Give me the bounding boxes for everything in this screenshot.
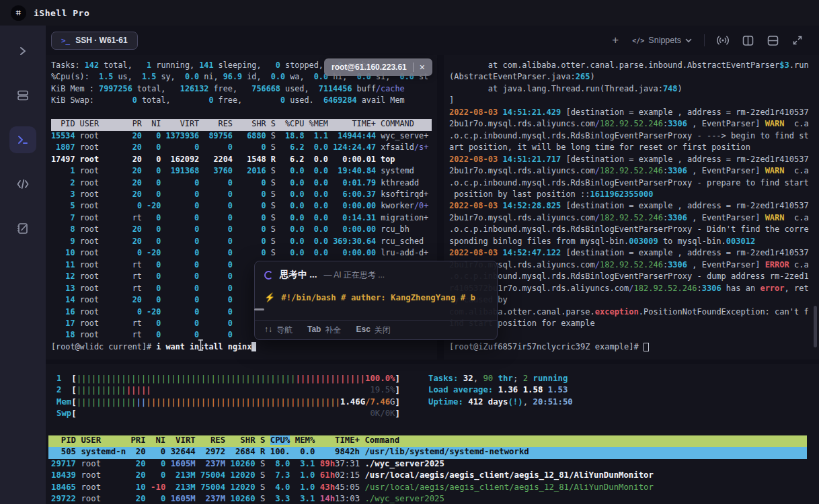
terminal-line: PID USER PRI NI VIRT RES SHR S CPU% MEM%… [48, 435, 807, 447]
terminal-line: 18465 root 10 -10 213M 75004 12020 S 4.0… [48, 482, 807, 494]
terminal-line: [root@iZuf6857ir57nclycric39Z example]# [449, 342, 814, 353]
terminal-line: 1 root 20 0 191368 3760 2016 S 0.0 0.0 1… [51, 166, 432, 177]
code-icon [16, 177, 30, 191]
terminal-line: ind start position for example [449, 319, 814, 330]
terminal-line: 2bu1r7o.mysql.rds.aliyuncs.com/182.92.52… [449, 166, 814, 177]
log-output: at com.alibaba.otter.canal.parse.inbound… [444, 55, 819, 359]
sidebar-item-terminal[interactable] [9, 126, 36, 153]
maximize-button[interactable] [785, 31, 810, 50]
ai-suggestion-item[interactable]: ⚡ #!/bin/bash # auther: KangZhengYang # … [264, 292, 488, 302]
terminal-line: 1807 root 20 0 0 0 0 S 6.2 0.0 124:24.47… [51, 142, 432, 154]
lightning-icon: ⚡ [264, 292, 275, 302]
split-horizontal-button[interactable] [760, 31, 785, 50]
terminal-line: Tasks: 32, 90 thr; 2 running [428, 374, 573, 385]
terminal-tab-icon: >_ [61, 36, 70, 45]
expand-icon [792, 35, 803, 46]
host-badge-divider [413, 62, 414, 72]
terminal-line: .o.c.p.inbound.mysql.rds.RdsBinlogEventP… [449, 178, 814, 190]
terminal-line: Uptime: 412 days(!), 20:51:50 [428, 397, 573, 409]
sidebar [0, 26, 46, 504]
htop-meters: 1 [|||||||||||||||||||||||||||||||||||||… [56, 374, 400, 421]
split-columns-icon [742, 35, 754, 46]
terminal-line: .o.c.p.inbound.mysql.rds.RdsBinlogEventP… [449, 131, 814, 142]
app-logo-icon: ⌗ [11, 5, 26, 21]
terminal-line: 2bu1r7o.mysql.rds.aliyuncs.com/182.92.52… [449, 119, 814, 130]
terminal-line: 29717 root 20 0 1605M 237M 10260 S 8.0 3… [48, 459, 807, 470]
terminal-icon [16, 133, 30, 146]
host-badge: root@61.160.223.61 × [324, 58, 432, 76]
pane-divider[interactable] [46, 360, 819, 364]
terminal-line: 2022-08-03 14:51:21.429 [destination = e… [449, 108, 814, 119]
split-rows-icon [767, 35, 779, 46]
terminal-line: 2 [||||||||||||||| 19.5%] [56, 385, 400, 396]
terminal-line: at java.lang.Thread.run(Thread.java:748) [449, 84, 814, 95]
terminal-line: art position, it will be long time for r… [449, 142, 814, 154]
terminal-line: .o.c.p.inbound.mysql.rds.RdsBinlogEventP… [449, 271, 814, 283]
terminal-line: 505 systemd-n 20 0 32644 2972 2684 R 100… [48, 447, 807, 458]
toolbar-divider [704, 34, 705, 46]
terminal-line: KiB Mem : 7997256 total, 126132 free, 75… [51, 84, 432, 95]
terminal-line: 18439 root 20 0 213M 75004 12020 S 7.3 1… [48, 470, 807, 482]
terminal-line: 1 [|||||||||||||||||||||||||||||||||||||… [56, 374, 400, 385]
host-badge-text: root@61.160.223.61 [332, 62, 407, 72]
sidebar-item-snippets[interactable] [9, 171, 36, 198]
app-title: iShell Pro [34, 8, 89, 18]
hint-nav-key: ↑↓ [264, 325, 272, 336]
terminal-line: 2 root 20 0 0 0 0 S 0.0 0.0 0:01.79 kthr… [51, 178, 432, 190]
terminal-line: (AbstractEventParser.java:265) [449, 72, 814, 83]
terminal-line: at com.alibaba.otter.canal.parse.inbound… [449, 60, 814, 72]
sidebar-item-notes[interactable] [9, 215, 36, 242]
snippets-code-icon: </> [632, 37, 644, 44]
broadcast-input-button[interactable] [710, 31, 736, 50]
ai-assistant-popup: 思考中 ... — AI 正在思考 ... ⚡ #!/bin/bash # au… [254, 261, 498, 340]
hint-tab-label: 补全 [325, 325, 341, 336]
terminal-line: ry caused by [449, 295, 814, 306]
split-vertical-button[interactable] [736, 31, 760, 50]
terminal-line: 9 root 20 0 0 0 0 S 0.0 0.0 369:30.64 rc… [51, 237, 432, 248]
ai-status-title: 思考中 ... [280, 269, 317, 281]
terminal-pane-log[interactable]: at com.alibaba.otter.canal.parse.inbound… [444, 55, 819, 360]
server-stack-icon [16, 89, 30, 102]
terminal-line: 15534 root 20 0 1373936 89756 6880 S 18.… [51, 131, 432, 142]
tab-bar: >_ SSH · W61-61 + </> Snippets [46, 26, 819, 55]
scrollbar-thumb[interactable] [814, 306, 817, 347]
terminal-line [51, 108, 432, 119]
snippets-label: Snippets [648, 36, 681, 45]
terminal-line: 8 root 20 0 0 0 0 S 0.0 0.0 0:00.00 rcu_… [51, 224, 432, 236]
hint-tab-key: Tab [307, 325, 321, 336]
terminal-line: 2022-08-03 14:52:28.825 [destination = e… [449, 201, 814, 212]
chevron-down-icon [685, 38, 692, 43]
terminal-line: KiB Swap: 0 total, 0 free, 0 used. 64692… [51, 95, 432, 107]
terminal-pane-htop[interactable]: 1 [|||||||||||||||||||||||||||||||||||||… [46, 364, 819, 504]
chevron-right-icon [17, 46, 28, 56]
terminal-line: 5 root 0 -20 0 0 0 S 0.0 0.0 0:00.00 kwo… [51, 201, 432, 212]
terminal-line: 2022-08-03 14:52:47.122 [destination = e… [449, 248, 814, 259]
terminal-line: 10 root 0 -20 0 0 0 S 0.0 0.0 0:00.00 lr… [51, 248, 432, 259]
close-icon[interactable]: × [420, 62, 425, 72]
sidebar-item-hosts[interactable] [9, 82, 36, 109]
hint-esc-label: 关闭 [375, 325, 391, 336]
popup-resize-handle[interactable] [254, 308, 264, 310]
terminal-line: r4105372bu1r7o.mysql.rds.aliyuncs.com/18… [449, 284, 814, 295]
snippets-dropdown[interactable]: </> Snippets [625, 31, 699, 50]
terminal-line: 2022-08-03 14:51:21.717 [destination = e… [449, 155, 814, 166]
sidebar-collapse-button[interactable] [9, 38, 36, 65]
spinner-icon [264, 271, 273, 280]
ai-suggestion-text: #!/bin/bash # auther: KangZhengYang # b [281, 293, 475, 302]
tab-ssh-session[interactable]: >_ SSH · W61-61 [51, 32, 138, 50]
hint-esc-key: Esc [356, 325, 370, 336]
text-cursor-pointer [197, 339, 204, 351]
terminal-line: [root@wlidc current]# i want install ngi… [51, 342, 432, 353]
terminal-line: 29722 root 20 0 1605M 237M 10260 S 3.3 3… [48, 494, 807, 504]
terminal-line: .o.c.p.inbound.mysql.rds.RdsBinlogEventP… [449, 224, 814, 236]
app-window: ⌗ iShell Pro >_ SSH · [0, 0, 819, 504]
terminal-line: Load average: 1.36 1.58 1.53 [428, 385, 573, 396]
hint-nav-label: 导航 [276, 325, 292, 336]
terminal-line: 7 root rt 0 0 0 0 S 0.0 0.0 0:14.31 migr… [51, 213, 432, 224]
htop-summary: Tasks: 32, 90 thr; 2 runningLoad average… [428, 374, 573, 409]
tab-label: SSH · W61-61 [75, 36, 127, 45]
htop-process-table: PID USER PRI NI VIRT RES SHR S CPU% MEM%… [48, 435, 807, 504]
new-tab-button[interactable]: + [605, 31, 625, 50]
notebook-edit-icon [16, 222, 30, 235]
ai-status-subtitle: — AI 正在思考 ... [324, 269, 385, 281]
